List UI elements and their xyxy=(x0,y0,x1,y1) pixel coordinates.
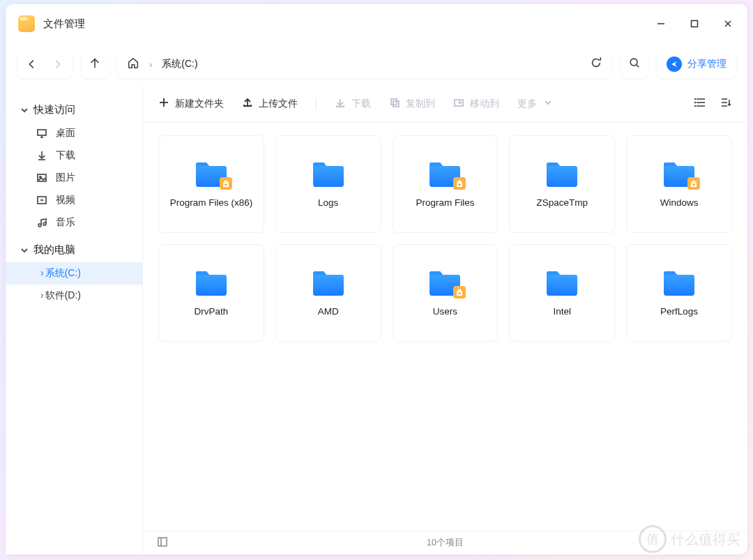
chevron-down-icon xyxy=(21,244,28,256)
folder-name: Program Files (x86) xyxy=(170,197,253,209)
maximize-button[interactable] xyxy=(687,17,701,31)
folder-name: Program Files xyxy=(416,197,474,209)
folder-icon xyxy=(661,159,697,188)
svg-marker-15 xyxy=(41,199,45,202)
folder-name: Logs xyxy=(318,197,338,209)
app-folder-icon xyxy=(18,15,35,32)
sidebar-quick-access[interactable]: 快速访问 xyxy=(6,98,142,122)
folder-name: Users xyxy=(433,305,457,318)
window: 文件管理 › 系统(C:) 分享管理 快 xyxy=(6,4,747,554)
svg-point-29 xyxy=(695,99,696,100)
view-sort-button[interactable] xyxy=(720,96,732,111)
svg-point-31 xyxy=(695,106,696,107)
svg-rect-37 xyxy=(692,183,696,186)
drive-label: 软件(D:) xyxy=(45,289,81,301)
app-title: 文件管理 xyxy=(43,17,85,31)
chevron-down-icon xyxy=(21,104,28,116)
folder-name: ZSpaceTmp xyxy=(537,197,588,209)
quick-access-label: 快速访问 xyxy=(33,103,75,116)
folder-icon xyxy=(544,268,580,297)
sidebar-item-label: 视频 xyxy=(56,194,75,206)
svg-rect-36 xyxy=(457,183,462,186)
copy-to-button: 复制到 xyxy=(389,97,435,110)
folder-icon xyxy=(310,268,347,297)
forward-button[interactable] xyxy=(45,58,70,70)
address-bar[interactable]: › 系统(C:) xyxy=(117,50,612,78)
monitor-icon xyxy=(36,128,49,139)
nav-row: › 系统(C:) 分享管理 xyxy=(6,43,747,85)
folder-item[interactable]: AMD xyxy=(275,244,381,342)
sidebar-item-video[interactable]: 视频 xyxy=(6,189,142,211)
sidebar: 快速访问 桌面下载图片视频音乐 我的电脑 ›系统(C:)›软件(D:) xyxy=(6,85,142,554)
folder-icon xyxy=(661,268,697,297)
folder-name: Intel xyxy=(554,305,572,318)
lock-icon xyxy=(453,177,466,190)
sidebar-item-music[interactable]: 音乐 xyxy=(6,211,142,234)
folder-name: Windows xyxy=(660,197,699,209)
folder-item[interactable]: PerfLogs xyxy=(626,244,732,342)
folder-name: PerfLogs xyxy=(660,305,698,318)
up-button[interactable] xyxy=(81,50,109,78)
folder-item[interactable]: ZSpaceTmp xyxy=(509,135,615,233)
folder-icon xyxy=(544,159,580,188)
more-button: 更多 xyxy=(517,97,554,110)
sidebar-item-monitor[interactable]: 桌面 xyxy=(6,122,142,144)
sidebar-item-label: 图片 xyxy=(56,172,75,184)
move-to-button: 移动到 xyxy=(453,97,499,110)
back-button[interactable] xyxy=(20,58,45,70)
refresh-button[interactable] xyxy=(590,56,602,72)
sidebar-my-computer[interactable]: 我的电脑 xyxy=(6,238,142,262)
breadcrumb-current[interactable]: 系统(C:) xyxy=(162,58,197,70)
svg-rect-1 xyxy=(692,21,698,27)
folder-icon xyxy=(427,268,463,297)
folder-item[interactable]: Program Files (x86) xyxy=(158,135,264,233)
share-icon xyxy=(667,56,682,72)
folder-icon xyxy=(193,268,229,297)
sidebar-item-label: 下载 xyxy=(56,149,75,162)
sidebar-item-image[interactable]: 图片 xyxy=(6,167,142,189)
sidebar-drive[interactable]: ›软件(D:) xyxy=(6,285,142,307)
view-list-button[interactable] xyxy=(694,96,707,111)
titlebar: 文件管理 xyxy=(6,4,747,43)
share-label: 分享管理 xyxy=(687,58,727,70)
search-button[interactable] xyxy=(621,50,648,78)
status-bar: 10个项目 xyxy=(143,531,747,554)
folder-item[interactable]: Windows xyxy=(626,135,732,233)
folder-item[interactable]: Logs xyxy=(275,135,381,233)
sidebar-drive[interactable]: ›系统(C:) xyxy=(6,262,142,285)
folder-grid: Program Files (x86)LogsProgram FilesZSpa… xyxy=(143,123,747,531)
download-icon xyxy=(36,150,49,161)
svg-rect-7 xyxy=(38,130,46,135)
folder-name: DrvPath xyxy=(195,305,229,318)
svg-point-5 xyxy=(630,59,637,66)
svg-line-6 xyxy=(637,65,639,67)
toolbar: 新建文件夹 上传文件 下载 复制到 移动到 更多 xyxy=(143,85,747,123)
share-manage-button[interactable]: 分享管理 xyxy=(657,50,736,78)
folder-icon xyxy=(310,159,347,188)
content-pane: 新建文件夹 上传文件 下载 复制到 移动到 更多 Program Files (… xyxy=(142,85,747,554)
sidebar-item-download[interactable]: 下载 xyxy=(6,144,142,167)
lock-icon xyxy=(453,286,466,298)
download-button: 下载 xyxy=(335,97,371,110)
item-count: 10个项目 xyxy=(427,537,464,549)
upload-button[interactable]: 上传文件 xyxy=(242,97,298,110)
new-folder-button[interactable]: 新建文件夹 xyxy=(158,97,224,110)
folder-item[interactable]: Program Files xyxy=(393,135,499,233)
close-button[interactable] xyxy=(721,17,735,31)
svg-rect-24 xyxy=(393,101,399,107)
folder-item[interactable]: DrvPath xyxy=(158,244,264,342)
folder-item[interactable]: Users xyxy=(393,244,499,342)
panel-toggle-button[interactable] xyxy=(157,536,168,550)
minimize-button[interactable] xyxy=(654,17,668,31)
home-icon[interactable] xyxy=(127,56,139,72)
svg-rect-38 xyxy=(457,292,462,295)
folder-item[interactable]: Intel xyxy=(509,244,615,342)
svg-point-30 xyxy=(695,103,696,103)
folder-icon xyxy=(193,159,229,188)
folder-icon xyxy=(427,159,463,188)
lock-icon xyxy=(687,177,700,190)
my-computer-label: 我的电脑 xyxy=(33,243,75,257)
toolbar-separator xyxy=(316,98,317,110)
svg-rect-35 xyxy=(224,183,228,186)
nav-history xyxy=(17,50,73,78)
